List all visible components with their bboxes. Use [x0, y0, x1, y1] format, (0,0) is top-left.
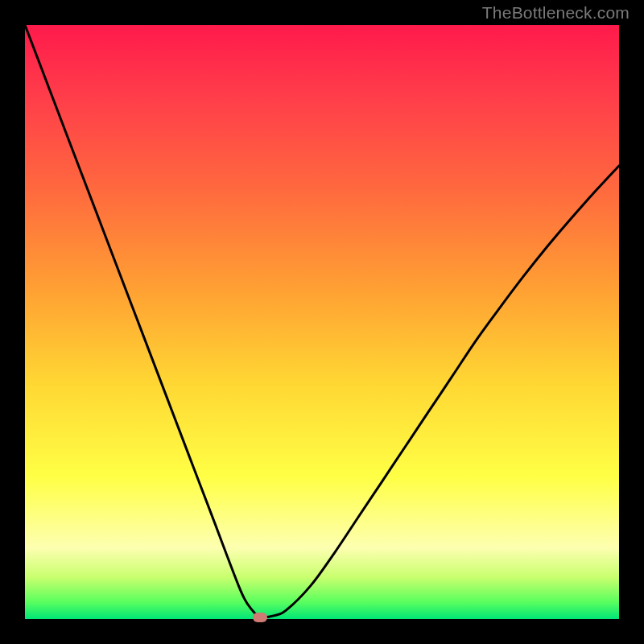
- chart-stage: TheBottleneck.com: [0, 0, 644, 644]
- plot-area: [25, 25, 619, 619]
- watermark-text: TheBottleneck.com: [482, 3, 630, 23]
- curve-svg: [25, 25, 619, 619]
- bottleneck-curve: [25, 25, 619, 617]
- optimal-point-marker: [253, 613, 267, 622]
